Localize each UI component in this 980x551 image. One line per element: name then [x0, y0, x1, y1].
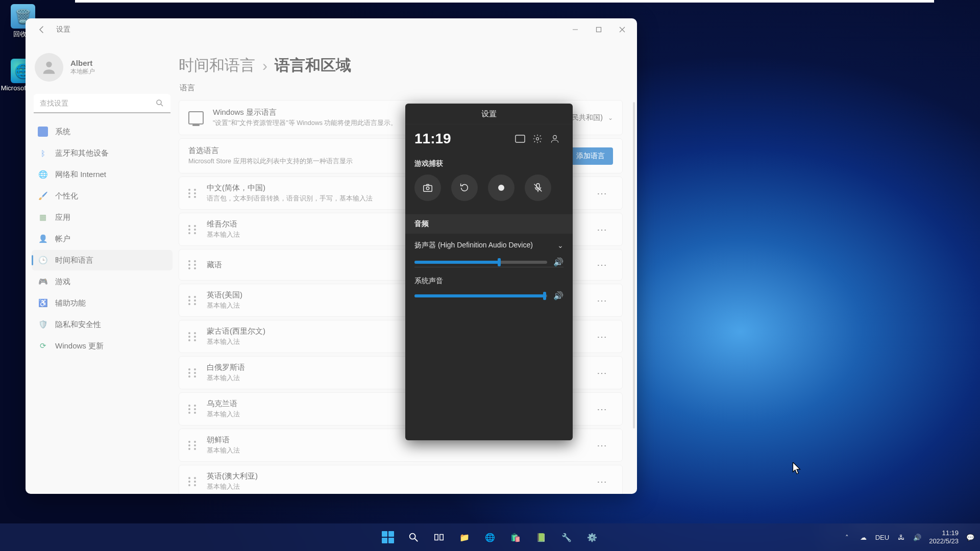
account-button[interactable] — [546, 130, 564, 147]
sidebar-item-label: 应用 — [55, 213, 70, 222]
mouse-cursor — [792, 462, 801, 477]
record-last-button[interactable] — [451, 174, 478, 201]
chevron-down-icon: ⌄ — [608, 114, 613, 121]
settings-taskbar-button[interactable]: ⚙️ — [581, 527, 603, 548]
mic-off-icon — [532, 182, 544, 193]
drag-handle-icon[interactable] — [188, 332, 198, 341]
svg-point-2 — [46, 62, 52, 67]
record-dot-icon — [498, 185, 504, 191]
more-options-button[interactable]: ⋯ — [592, 221, 613, 238]
pinned-app-button[interactable]: 📗 — [530, 527, 552, 548]
language-item[interactable]: 英语(澳大利亚)基本输入法⋯ — [179, 465, 623, 494]
store-button[interactable]: 🛍️ — [505, 527, 526, 548]
more-options-button[interactable]: ⋯ — [592, 473, 613, 490]
sidebar-item-gaming[interactable]: 🎮游戏 — [32, 271, 173, 292]
chevron-up-tray-icon[interactable]: ˄ — [843, 533, 852, 542]
svg-rect-14 — [435, 535, 438, 540]
sidebar-item-apps[interactable]: ▦应用 — [32, 207, 173, 228]
drag-handle-icon[interactable] — [188, 441, 198, 450]
close-button[interactable] — [610, 20, 634, 39]
sidebar-item-windows-update[interactable]: ⟳Windows 更新 — [32, 336, 173, 356]
more-options-button[interactable]: ⋯ — [592, 185, 613, 202]
sidebar-item-personalization[interactable]: 🖌️个性化 — [32, 186, 173, 206]
person-icon: 👤 — [38, 234, 48, 244]
person-icon — [550, 134, 560, 144]
game-bar-title: 设置 — [405, 104, 573, 124]
sidebar-item-accessibility[interactable]: ♿辅助功能 — [32, 293, 173, 313]
more-options-button[interactable]: ⋯ — [592, 437, 613, 454]
more-options-button[interactable]: ⋯ — [592, 329, 613, 345]
language-sub: 基本输入法 — [207, 483, 592, 491]
more-options-button[interactable]: ⋯ — [592, 365, 613, 381]
task-view-button[interactable] — [428, 527, 450, 548]
svg-point-9 — [426, 187, 429, 190]
update-icon: ⟳ — [38, 341, 48, 351]
system-volume-slider[interactable] — [414, 294, 547, 297]
screenshot-button[interactable] — [414, 174, 441, 201]
volume-icon[interactable]: 🔊 — [913, 533, 922, 542]
onedrive-icon[interactable]: ☁ — [859, 533, 868, 542]
chevron-down-icon[interactable]: ⌄ — [557, 241, 564, 249]
sidebar-item-label: 帐户 — [55, 234, 70, 244]
settings-gear-button[interactable] — [529, 130, 546, 147]
start-recording-button[interactable] — [488, 174, 514, 201]
notifications-icon[interactable]: 💬 — [966, 533, 975, 542]
drag-handle-icon[interactable] — [188, 225, 198, 234]
network-icon[interactable]: 🖧 — [896, 533, 905, 542]
minimize-button[interactable] — [564, 20, 587, 39]
titlebar[interactable]: 设置 — [26, 18, 637, 41]
sidebar-item-bluetooth[interactable]: ᛒ蓝牙和其他设备 — [32, 143, 173, 163]
search-icon — [155, 98, 164, 110]
svg-rect-15 — [440, 535, 443, 540]
svg-line-4 — [161, 104, 163, 106]
sidebar-item-label: 网络和 Internet — [55, 170, 106, 180]
taskbar[interactable]: 📁 🌐 🛍️ 📗 🔧 ⚙️ ˄ ☁ DEU 🖧 🔊 11:19 2022/5/2… — [0, 523, 980, 551]
search-field[interactable] — [34, 94, 170, 113]
search-input[interactable] — [34, 94, 170, 113]
breadcrumb-parent[interactable]: 时间和语言 — [179, 55, 255, 76]
sidebar-item-label: 个性化 — [55, 191, 78, 201]
sidebar-item-accounts[interactable]: 👤帐户 — [32, 229, 173, 249]
sidebar: Albert 本地帐户 系统 ᛒ蓝牙和其他设备 🌐网络和 Internet 🖌️… — [26, 41, 179, 494]
taskbar-tray[interactable]: ˄ ☁ DEU 🖧 🔊 11:19 2022/5/23 💬 — [843, 529, 975, 545]
ime-indicator[interactable]: DEU — [875, 534, 889, 541]
top-white-strip — [75, 0, 934, 3]
drag-handle-icon[interactable] — [188, 296, 198, 305]
svg-point-12 — [410, 534, 415, 539]
drag-handle-icon[interactable] — [188, 368, 198, 378]
drag-handle-icon[interactable] — [188, 477, 198, 486]
chevron-right-icon: › — [262, 57, 267, 74]
search-button[interactable] — [403, 527, 424, 548]
sidebar-item-label: Windows 更新 — [55, 341, 104, 351]
widgets-button[interactable] — [511, 130, 529, 147]
maximize-button[interactable] — [587, 20, 610, 39]
edge-button[interactable]: 🌐 — [479, 527, 501, 548]
file-explorer-button[interactable]: 📁 — [454, 527, 475, 548]
audio-device-block: 扬声器 (High Definition Audio Device) ⌄ 🔊 — [405, 234, 573, 267]
device-volume-slider[interactable] — [414, 261, 547, 264]
sidebar-item-privacy[interactable]: 🛡️隐私和安全性 — [32, 314, 173, 335]
drag-handle-icon[interactable] — [188, 260, 198, 269]
sidebar-item-network[interactable]: 🌐网络和 Internet — [32, 164, 173, 185]
drag-handle-icon[interactable] — [188, 189, 198, 198]
drag-handle-icon[interactable] — [188, 405, 198, 414]
scrollbar-thumb[interactable] — [633, 102, 635, 429]
taskbar-center: 📁 🌐 🛍️ 📗 🔧 ⚙️ — [377, 527, 603, 548]
profile-block[interactable]: Albert 本地帐户 — [32, 50, 173, 91]
gaming-icon: 🎮 — [38, 277, 48, 287]
record-last-icon — [459, 182, 470, 193]
sidebar-item-time-language[interactable]: 🕒时间和语言 — [32, 250, 173, 270]
audio-device-name[interactable]: 扬声器 (High Definition Audio Device) — [414, 241, 533, 250]
sidebar-item-system[interactable]: 系统 — [32, 121, 173, 142]
taskbar-clock[interactable]: 11:19 2022/5/23 — [929, 529, 959, 545]
more-options-button[interactable]: ⋯ — [592, 257, 613, 273]
more-options-button[interactable]: ⋯ — [592, 292, 613, 309]
mic-toggle-button[interactable] — [525, 174, 551, 201]
gear-icon — [532, 134, 543, 144]
pinned-app-button[interactable]: 🔧 — [556, 527, 577, 548]
back-button[interactable] — [33, 20, 51, 39]
svg-point-3 — [157, 100, 161, 105]
add-language-button[interactable]: 添加语言 — [568, 147, 613, 165]
start-button[interactable] — [377, 527, 399, 548]
more-options-button[interactable]: ⋯ — [592, 401, 613, 417]
